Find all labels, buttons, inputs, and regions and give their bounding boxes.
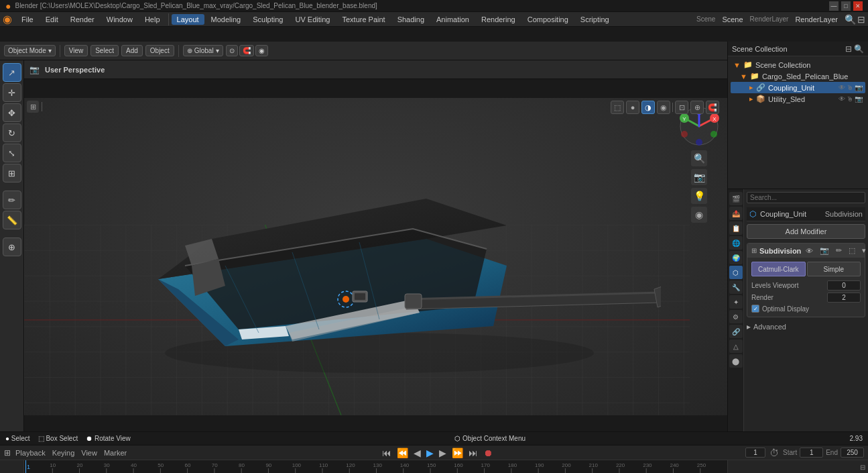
workspace-tab-rendering[interactable]: Rendering xyxy=(476,14,521,25)
select-menu[interactable]: Select xyxy=(90,45,119,56)
outliner-utility-sled[interactable]: ▸ 📦 Utility_Sled 👁 🖱 📷 xyxy=(731,93,865,105)
play-btn[interactable]: ▶ xyxy=(425,448,435,458)
wireframe-btn[interactable]: ⬚ xyxy=(611,101,624,114)
zoom-icon[interactable]: 🔍 xyxy=(691,150,707,166)
record-btn[interactable]: ⏺ xyxy=(482,448,494,458)
viewport-overlay-icon[interactable]: ◉ xyxy=(691,207,707,223)
prop-view-layer-icon[interactable]: 📋 xyxy=(729,221,743,235)
modifier-down-icon[interactable]: ▾ xyxy=(860,246,868,256)
mod-tab-simple[interactable]: Simple xyxy=(807,262,861,276)
outliner-coupling-unit[interactable]: ▸ 🔗 Coupling_Unit 👁 🖱 📷 xyxy=(731,82,865,93)
workspace-tab-uv[interactable]: UV Editing xyxy=(290,14,335,25)
utility-camera-icon[interactable]: 📷 xyxy=(855,95,863,103)
end-frame-field[interactable]: 250 xyxy=(841,448,864,458)
tl-settings-icon[interactable]: ⊟ xyxy=(860,464,865,471)
scale-tool-btn[interactable]: ⤡ xyxy=(3,144,21,162)
transform-space[interactable]: ⊕ Global ▾ xyxy=(183,45,223,56)
prop-particles-icon[interactable]: ✦ xyxy=(729,295,743,309)
filter-icon[interactable]: ⊟ xyxy=(857,14,865,25)
measure-tool-btn[interactable]: 📏 xyxy=(3,211,21,229)
scene-name[interactable]: Scene xyxy=(717,14,748,25)
prop-world-icon[interactable]: 🌍 xyxy=(729,251,743,264)
add-menu[interactable]: Add xyxy=(121,45,143,56)
workspace-tab-shading[interactable]: Shading xyxy=(392,14,430,25)
prop-object-icon[interactable]: ⬡ xyxy=(729,266,743,279)
marker-btn[interactable]: Marker xyxy=(102,449,129,457)
jump-start-btn[interactable]: ⏮ xyxy=(381,448,393,458)
add-modifier-btn[interactable]: Add Modifier xyxy=(747,224,865,239)
prev-keyframe-btn[interactable]: ◀ xyxy=(412,448,422,458)
coupling-camera-icon[interactable]: 📷 xyxy=(855,84,863,91)
advanced-section[interactable]: ▸ Advanced xyxy=(747,320,865,333)
next-frame-btn[interactable]: ⏩ xyxy=(450,448,464,458)
prop-modifier-icon[interactable]: 🔧 xyxy=(729,280,743,294)
view-btn[interactable]: View xyxy=(79,449,99,457)
object-menu[interactable]: Object xyxy=(145,45,174,56)
utility-eye-icon[interactable]: 👁 xyxy=(839,95,845,103)
prop-output-icon[interactable]: 📤 xyxy=(729,207,743,220)
overlay-btn[interactable]: ⊡ xyxy=(675,101,688,114)
start-frame-field[interactable]: 1 xyxy=(800,448,823,458)
outliner-filter-icon[interactable]: ⊟ xyxy=(845,44,852,54)
playback-btn[interactable]: Playback xyxy=(13,449,48,457)
prop-physics-icon[interactable]: ⚙ xyxy=(729,310,743,323)
prev-frame-btn[interactable]: ⏪ xyxy=(395,448,410,458)
prop-object-data-icon[interactable]: △ xyxy=(729,339,743,353)
mod-levels-value[interactable]: 0 xyxy=(827,280,861,291)
workspace-tab-sculpting[interactable]: Sculpting xyxy=(247,14,288,25)
material-preview-btn[interactable]: ◑ xyxy=(641,101,655,114)
prop-search-input[interactable] xyxy=(747,192,865,203)
mod-tab-catmull[interactable]: Catmull-Clark xyxy=(751,262,806,276)
view-menu[interactable]: View xyxy=(64,45,88,56)
workspace-tab-layout[interactable]: Layout xyxy=(172,14,204,25)
modifier-edit-icon[interactable]: ✏ xyxy=(834,246,844,256)
timeline-editor-icon[interactable]: ⊞ xyxy=(4,448,11,458)
maximize-button[interactable]: □ xyxy=(841,1,851,11)
viewport-shading-icon[interactable]: 💡 xyxy=(691,188,707,204)
snap-btn-vp[interactable]: 🧲 xyxy=(706,101,719,114)
jump-end-btn[interactable]: ⏭ xyxy=(467,448,479,458)
timeline-ruler[interactable]: 1 10 20 30 40 50 60 70 80 90 xyxy=(25,460,727,473)
rotate-tool-btn[interactable]: ↻ xyxy=(3,123,21,142)
title-bar-controls[interactable]: — □ ✕ xyxy=(829,1,863,11)
modifier-render-icon[interactable]: 📷 xyxy=(818,246,831,256)
menu-help[interactable]: Help xyxy=(139,14,166,25)
menu-window[interactable]: Window xyxy=(101,14,138,25)
outliner-cargo-sled[interactable]: ▼ 📁 Cargo_Sled_Pelican_Blue xyxy=(731,70,865,82)
camera-perspective-icon[interactable]: 📷 xyxy=(691,169,707,185)
prop-scene-icon[interactable]: 🌐 xyxy=(729,236,743,250)
snap-btn[interactable]: 🧲 xyxy=(239,45,254,56)
menu-file[interactable]: File xyxy=(16,14,39,25)
mod-optimal-checkbox[interactable] xyxy=(751,305,759,313)
render-layer[interactable]: RenderLayer xyxy=(790,14,843,25)
outliner-scene-collection[interactable]: ▼ 📁 Scene Collection xyxy=(731,59,865,70)
menu-edit[interactable]: Edit xyxy=(40,14,64,25)
minimize-button[interactable]: — xyxy=(829,1,839,11)
next-keyframe-btn[interactable]: ▶ xyxy=(438,448,448,458)
pivot-btn[interactable]: ⊙ xyxy=(226,45,238,56)
prop-material-icon[interactable]: ⬤ xyxy=(729,354,743,368)
utility-cursor-icon[interactable]: 🖱 xyxy=(847,95,853,103)
annotate-tool-btn[interactable]: ✏ xyxy=(3,191,21,209)
coupling-eye-icon[interactable]: 👁 xyxy=(839,84,845,91)
modifier-frame-icon[interactable]: ⬚ xyxy=(847,246,857,256)
timeline-scrubber[interactable]: 1 10 20 30 40 50 60 70 80 90 xyxy=(0,460,868,473)
prop-render-icon[interactable]: 🎬 xyxy=(729,192,743,205)
current-frame-field[interactable]: 1 xyxy=(745,448,765,458)
modifier-visibility-icon[interactable]: 👁 xyxy=(804,246,815,256)
workspace-tab-animation[interactable]: Animation xyxy=(431,14,475,25)
workspace-tab-modeling[interactable]: Modeling xyxy=(206,14,247,25)
transform-tool-btn[interactable]: ⊞ xyxy=(3,164,21,182)
gizmo-btn[interactable]: ⊕ xyxy=(690,101,704,114)
3d-viewport[interactable]: X Y Z 🔍 📷 💡 ◉ ⊞ xyxy=(24,98,727,415)
proportional-btn[interactable]: ◉ xyxy=(255,45,268,56)
coupling-cursor-icon[interactable]: 🖱 xyxy=(847,84,853,91)
select-tool-btn[interactable]: ↗ xyxy=(3,63,21,82)
workspace-tab-compositing[interactable]: Compositing xyxy=(522,14,574,25)
cursor-tool-btn[interactable]: ✛ xyxy=(3,83,21,102)
outliner-search-icon[interactable]: 🔍 xyxy=(854,44,864,54)
keying-btn[interactable]: Keying xyxy=(50,449,77,457)
prop-constraints-icon[interactable]: 🔗 xyxy=(729,325,743,338)
mode-selector[interactable]: Object Mode ▾ xyxy=(4,45,56,56)
search-icon[interactable]: 🔍 xyxy=(845,14,856,25)
